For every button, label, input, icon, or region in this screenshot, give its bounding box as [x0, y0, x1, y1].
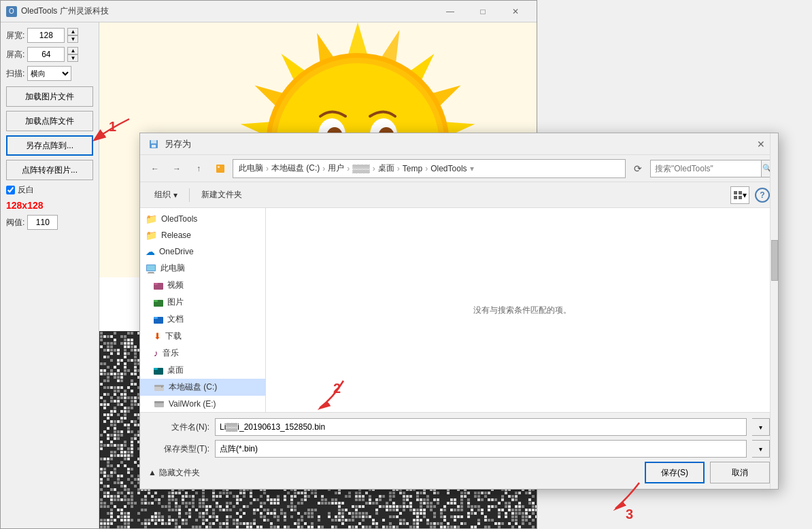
invert-label: 反白	[18, 184, 34, 196]
filetype-input	[215, 440, 747, 458]
tree-item-pc[interactable]: 此电脑	[140, 260, 265, 277]
filename-row: 文件名(N): ▾	[148, 418, 770, 436]
titlebar-controls: — □ ✕	[435, 3, 531, 20]
dialog-body: 📁 OledTools 📁 Release ☁ OneDrive	[140, 208, 778, 412]
empty-message: 没有与搜索条件匹配的项。	[473, 305, 571, 316]
threshold-row: 阀值:	[6, 215, 93, 230]
tree-item-music[interactable]: ♪ 音乐	[140, 345, 265, 362]
invert-checkbox[interactable]	[6, 186, 15, 194]
tree-item-video[interactable]: 视频	[140, 277, 265, 294]
tree-item-desktop[interactable]: 桌面	[140, 362, 265, 379]
save-button[interactable]: 保存(S)	[645, 462, 705, 483]
dialog-toolbar: 组织 ▾ 新建文件夹 ▾ ?	[140, 182, 778, 208]
svg-rect-37	[734, 196, 737, 199]
music-icon: ♪	[154, 348, 158, 358]
load-dot-button[interactable]: 加载点阵文件	[6, 111, 93, 131]
save-dot-as-button[interactable]: 另存点阵到...	[6, 135, 93, 156]
filename-input[interactable]	[215, 418, 747, 436]
invert-row: 反白	[6, 184, 93, 196]
filetype-label: 保存类型(T):	[148, 443, 209, 455]
svg-rect-36	[739, 191, 742, 194]
dialog-tree: 📁 OledTools 📁 Release ☁ OneDrive	[140, 208, 266, 412]
home-icon	[216, 164, 225, 173]
dialog-titlebar: 另存为 ✕	[140, 133, 778, 155]
dialog-nav: ← → ↑ 此电脑 › 本地磁盘 (C:) › 用户 › ▒▒▒ › 桌面 › …	[140, 155, 778, 182]
organize-button[interactable]: 组织 ▾	[148, 186, 184, 204]
svg-rect-38	[739, 196, 742, 199]
app-title: OledTools 广州灵派科技	[21, 5, 109, 17]
desktop-icon	[154, 366, 163, 375]
save-icon	[148, 139, 159, 150]
tree-item-drive-c[interactable]: 本地磁盘 (C:)	[140, 379, 265, 396]
screen-width-label: 屏宽:	[6, 30, 24, 41]
pc-icon	[146, 263, 156, 274]
download-icon: ⬇	[154, 331, 161, 341]
view-button[interactable]: ▾	[730, 186, 749, 204]
cancel-button[interactable]: 取消	[710, 462, 770, 483]
annotation-3: 3	[626, 507, 633, 522]
search-box: 🔍	[650, 160, 773, 177]
refresh-button[interactable]: ⟳	[628, 160, 647, 177]
app-titlebar: O OledTools 广州灵派科技 — □ ✕	[1, 1, 537, 22]
tree-item-oledtools[interactable]: 📁 OledTools	[140, 211, 265, 227]
svg-rect-48	[154, 317, 158, 319]
dialog-action-buttons: 保存(S) 取消	[645, 462, 770, 483]
close-button[interactable]: ✕	[500, 3, 531, 20]
tree-item-downloads[interactable]: ⬇ 下载	[140, 328, 265, 345]
scan-select[interactable]: 横向 纵向	[27, 66, 71, 81]
svg-rect-32	[152, 145, 156, 148]
folder-icon-release: 📁	[146, 230, 157, 241]
nav-back-button[interactable]: ←	[146, 160, 165, 177]
toolbar-separator	[189, 188, 190, 202]
load-image-button[interactable]: 加载图片文件	[6, 86, 93, 107]
nav-forward-button[interactable]: →	[167, 160, 186, 177]
svg-rect-42	[148, 273, 154, 273]
screen-width-row: 屏宽: ▲ ▼	[6, 28, 93, 43]
sidebar: 屏宽: ▲ ▼ 屏高: ▲ ▼ 扫描: 横向 纵向 加载图片文件 加载点阵文件	[1, 22, 99, 528]
scan-label: 扫描:	[6, 68, 24, 80]
svg-point-53	[161, 386, 163, 388]
screen-width-input[interactable]	[27, 28, 65, 43]
dialog-close-button[interactable]: ✕	[752, 137, 770, 152]
tree-item-onedrive[interactable]: ☁ OneDrive	[140, 243, 265, 260]
screen-height-up[interactable]: ▲	[67, 47, 78, 54]
screen-height-down[interactable]: ▼	[67, 54, 78, 62]
svg-rect-52	[154, 385, 164, 387]
screen-height-label: 屏高:	[6, 49, 24, 61]
threshold-input[interactable]	[27, 215, 58, 230]
svg-rect-46	[154, 300, 158, 302]
new-folder-button[interactable]: 新建文件夹	[195, 186, 248, 204]
dialog-content: 没有与搜索条件匹配的项。	[266, 208, 778, 412]
tree-item-release[interactable]: 📁 Release	[140, 227, 265, 243]
screen-height-input[interactable]	[27, 47, 65, 62]
nav-up-button[interactable]: ↑	[189, 160, 208, 177]
svg-rect-34	[218, 166, 220, 168]
drive-c-icon	[154, 382, 165, 393]
help-button[interactable]: ?	[755, 188, 770, 203]
threshold-label: 阀值:	[6, 217, 24, 228]
maximize-button[interactable]: □	[467, 3, 498, 20]
convert-button[interactable]: 点阵转存图片...	[6, 160, 93, 180]
filetype-dropdown[interactable]: ▾	[752, 440, 770, 458]
svg-rect-35	[734, 191, 737, 194]
filetype-row: 保存类型(T): ▾	[148, 440, 770, 458]
svg-rect-40	[147, 265, 155, 271]
filename-dropdown[interactable]: ▾	[752, 418, 770, 436]
screen-width-down[interactable]: ▼	[67, 35, 78, 43]
drive-e-icon	[154, 398, 165, 409]
app-icon: O	[6, 6, 17, 17]
tree-item-images[interactable]: 图片	[140, 294, 265, 311]
svg-rect-33	[216, 165, 224, 173]
onedrive-icon: ☁	[146, 246, 155, 257]
scan-row: 扫描: 横向 纵向	[6, 66, 93, 81]
tree-item-docs[interactable]: 文档	[140, 311, 265, 328]
minimize-button[interactable]: —	[435, 3, 466, 20]
hide-folder-link[interactable]: ▲ 隐藏文件夹	[148, 467, 200, 479]
breadcrumb-bar[interactable]: 此电脑 › 本地磁盘 (C:) › 用户 › ▒▒▒ › 桌面 › Temp ›…	[233, 159, 626, 178]
tree-item-drive-e[interactable]: VailWork (E:)	[140, 396, 265, 412]
save-as-dialog: 另存为 ✕ ← → ↑ 此电脑 › 本地磁盘 (C:) › 用户 › ▒▒▒ ›…	[139, 133, 779, 490]
nav-home-button[interactable]	[211, 160, 230, 177]
filename-label: 文件名(N):	[148, 422, 209, 433]
screen-width-up[interactable]: ▲	[67, 28, 78, 35]
search-input[interactable]	[651, 160, 761, 177]
